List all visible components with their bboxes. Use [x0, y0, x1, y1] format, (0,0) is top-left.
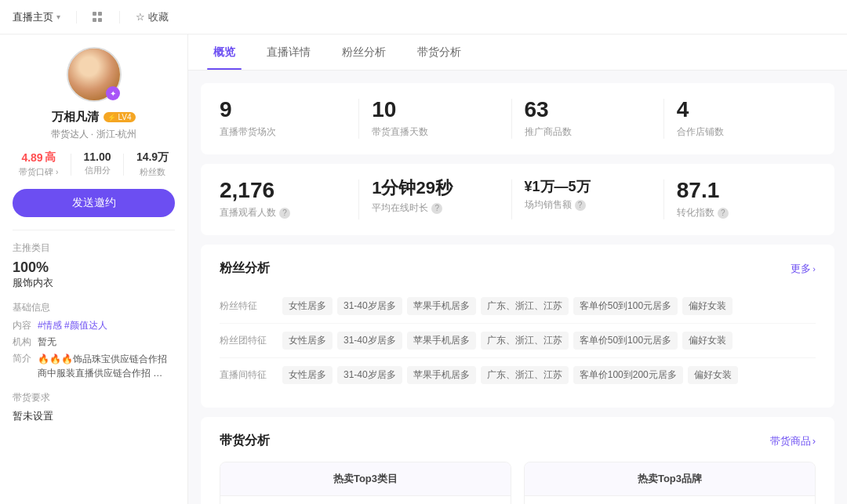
- stat-credit: 11.00 信用分: [84, 150, 111, 178]
- stat-label-duration: 平均在线时长 ?: [372, 201, 498, 215]
- fan-tag: 女性居多: [282, 297, 333, 315]
- tabs-bar: 概览 直播详情 粉丝分析 带货分析: [188, 34, 847, 71]
- brands-col-headers: 排名 品牌 均价 销售额: [525, 496, 815, 504]
- info-row-content: 内容 #情感 #颜值达人: [13, 319, 175, 332]
- stat-value-conversion: 87.1: [677, 179, 803, 201]
- product-analysis-title: 带货分析: [220, 433, 270, 449]
- stats-row-1: 9 直播带货场次 10 带货直播天数 63 推广商品数 4 合作店铺数: [201, 83, 834, 154]
- stat-card-live-days: 10 带货直播天数: [359, 99, 511, 139]
- overview-content: 9 直播带货场次 10 带货直播天数 63 推广商品数 4 合作店铺数: [188, 71, 847, 504]
- tab-products[interactable]: 带货分析: [411, 34, 467, 70]
- fan-tags-2: 女性居多 31-40岁居多 苹果手机居多 广东、浙江、江苏 客单价50到100元…: [282, 332, 732, 350]
- info-row-org: 机构 暂无: [13, 335, 175, 349]
- stat-card-viewers: 2,176 直播观看人数 ?: [220, 179, 359, 219]
- stat-label-viewers: 直播观看人数 ?: [220, 206, 346, 219]
- stat-value-viewers: 2,176: [220, 179, 346, 201]
- product-analysis-header: 带货分析 带货商品 ›: [220, 433, 816, 449]
- help-icon-sales[interactable]: ?: [575, 200, 586, 211]
- stat-reputation: 4.89 高 带货口碑 ›: [19, 150, 58, 178]
- stat-reputation-label: 带货口碑 ›: [19, 166, 58, 178]
- stat-value-products: 63: [525, 99, 651, 121]
- fan-analysis-more[interactable]: 更多 ›: [791, 262, 816, 276]
- profile-section: ✦ 万相凡清 LV4 带货达人 · 浙江-杭州 4.89 高: [13, 47, 175, 230]
- main-category-title: 主推类目: [13, 241, 175, 255]
- stat-fans-label: 粉丝数: [140, 166, 165, 178]
- stat-value-live-days: 10: [372, 99, 498, 121]
- stat-label-products: 推广商品数: [525, 125, 651, 139]
- stat-card-live-sessions: 9 直播带货场次: [220, 99, 359, 139]
- send-invite-button[interactable]: 发送邀约: [13, 189, 175, 217]
- info-value-content: #情感 #颜值达人: [38, 319, 175, 332]
- main-category-section: 主推类目 100% 服饰内衣: [13, 241, 175, 290]
- fan-tag: 31-40岁居多: [337, 297, 402, 315]
- content-area: 概览 直播详情 粉丝分析 带货分析 9 直播带货场次 10 带货直播天数: [188, 34, 847, 504]
- stat-fans: 14.9万 粉丝数: [136, 150, 169, 178]
- info-value-intro: 🔥🔥🔥饰品珠宝供应链合作招商中服装直播供应链合作招 …: [38, 352, 175, 380]
- fan-tag: 苹果手机居多: [407, 366, 476, 384]
- fan-tag: 偏好女装: [682, 297, 732, 315]
- nav-home-label: 直播主页: [13, 10, 53, 24]
- fan-tag: 苹果手机居多: [407, 332, 476, 350]
- hot-brands-header: 热卖Top3品牌: [525, 462, 815, 496]
- stat-credit-label: 信用分: [85, 165, 111, 176]
- products-link[interactable]: 带货商品 ›: [770, 434, 816, 448]
- info-label-org: 机构: [13, 335, 38, 349]
- fan-tag: 女性居多: [282, 366, 333, 384]
- fan-row-label-3: 直播间特征: [220, 368, 282, 382]
- cargo-req-title: 带货要求: [13, 391, 175, 404]
- chevron-right-icon-products: ›: [812, 435, 816, 447]
- nav-home[interactable]: 直播主页 ▾: [13, 10, 60, 24]
- fan-table: 粉丝特征 女性居多 31-40岁居多 苹果手机居多 广东、浙江、江苏 客单价50…: [220, 289, 816, 392]
- stat-divider-1: [71, 154, 71, 176]
- stat-value-stores: 4: [677, 99, 803, 121]
- collect-label: 收藏: [148, 10, 169, 24]
- sidebar: ✦ 万相凡清 LV4 带货达人 · 浙江-杭州 4.89 高: [0, 34, 188, 504]
- fan-tag: 偏好女装: [688, 366, 738, 384]
- avatar-badge: ✦: [106, 86, 120, 100]
- level-badge: LV4: [104, 112, 135, 122]
- fan-tag: 客单价50到100元居多: [573, 332, 678, 350]
- stat-fans-value: 14.9万: [136, 150, 169, 165]
- tab-fans[interactable]: 粉丝分析: [336, 34, 392, 70]
- fan-analysis-card: 粉丝分析 更多 › 粉丝特征 女性居多 31-40岁居多: [201, 245, 834, 408]
- fan-row-label-2: 粉丝团特征: [220, 334, 282, 347]
- stat-label-sales: 场均销售额 ?: [525, 198, 651, 212]
- fan-analysis-title: 粉丝分析: [220, 260, 270, 277]
- profile-name: 万相凡清 LV4: [52, 110, 135, 125]
- fan-tag: 31-40岁居多: [337, 332, 402, 350]
- categories-col-headers: 排名 类目 均价 销售额: [220, 496, 511, 504]
- fan-tag: 广东、浙江、江苏: [481, 297, 569, 315]
- main-category-name: 服饰内衣: [13, 276, 175, 290]
- product-analysis-card: 带货分析 带货商品 › 热卖Top3类目 排名 类目: [201, 417, 834, 504]
- stat-card-products: 63 推广商品数: [512, 99, 664, 139]
- fan-tag: 广东、浙江、江苏: [481, 366, 569, 384]
- collect-button[interactable]: ☆ 收藏: [136, 10, 169, 24]
- grid-icon[interactable]: [93, 12, 104, 23]
- stat-arrow-icon[interactable]: ›: [56, 168, 58, 176]
- stat-card-duration: 1分钟29秒 平均在线时长 ?: [359, 179, 511, 219]
- fan-analysis-header: 粉丝分析 更多 ›: [220, 260, 816, 277]
- help-icon-viewers[interactable]: ?: [279, 208, 290, 219]
- badge-icon: ✦: [110, 89, 116, 98]
- fan-tag: 客单价50到100元居多: [573, 297, 678, 315]
- info-label-content: 内容: [13, 319, 38, 332]
- nav-divider-1: [76, 11, 77, 24]
- tab-detail[interactable]: 直播详情: [260, 34, 317, 70]
- fan-tag: 苹果手机居多: [407, 297, 476, 315]
- tab-overview[interactable]: 概览: [207, 34, 242, 70]
- info-value-org: 暂无: [38, 335, 175, 349]
- stat-value-duration: 1分钟29秒: [372, 179, 498, 197]
- basic-info-title: 基础信息: [13, 301, 175, 314]
- hot-categories-header: 热卖Top3类目: [220, 462, 511, 496]
- star-icon: ☆: [136, 11, 145, 23]
- hot-categories-table: 热卖Top3类目 排名 类目 均价 销售额 ◆: [220, 462, 511, 504]
- cargo-req-value: 暂未设置: [13, 409, 175, 423]
- basic-info-section: 基础信息 内容 #情感 #颜值达人 机构 暂无 简介 🔥🔥🔥饰品珠宝供应链合作招…: [13, 301, 175, 380]
- stat-value-sales: ¥1万—5万: [525, 179, 651, 194]
- avatar-wrapper: ✦: [67, 47, 122, 102]
- help-icon-conversion[interactable]: ?: [718, 208, 729, 219]
- stat-label-live-sessions: 直播带货场次: [220, 125, 346, 139]
- help-icon-duration[interactable]: ?: [431, 203, 442, 214]
- stat-credit-value: 11.00: [84, 150, 111, 163]
- chevron-right-icon: ›: [812, 264, 816, 274]
